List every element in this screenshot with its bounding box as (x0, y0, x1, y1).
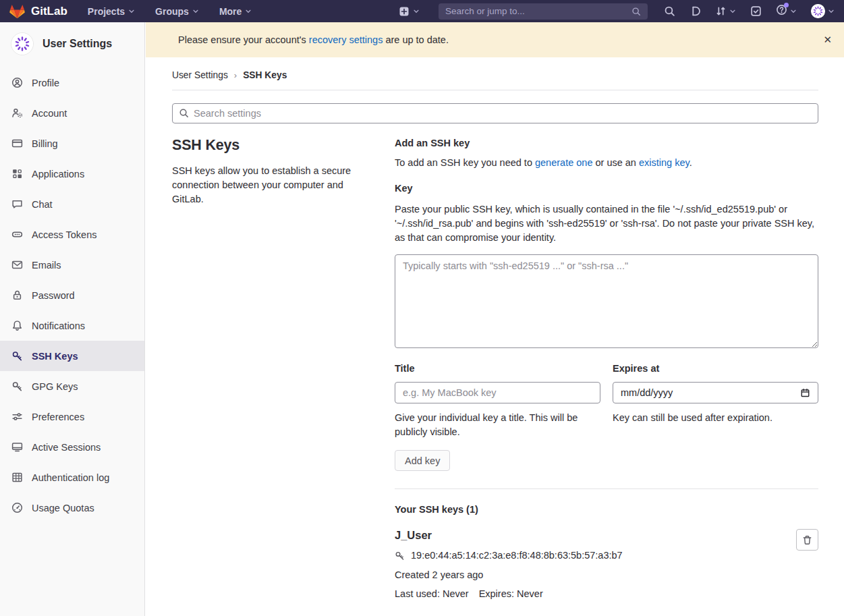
new-menu-button[interactable] (399, 6, 420, 17)
delete-key-button[interactable] (796, 529, 818, 551)
ssh-key-title: J_User (395, 529, 623, 542)
alert-banner: Please ensure your account's recovery se… (146, 22, 844, 57)
sidebar-item-gpg-keys[interactable]: GPG Keys (0, 371, 144, 401)
expires-field-group: Expires at mm/dd/yyyy Key can still be u… (613, 363, 818, 439)
expires-label: Expires at (613, 363, 818, 374)
section-intro-column: SSH Keys SSH keys allow you to establish… (172, 137, 395, 599)
issues-icon (690, 5, 701, 17)
ssh-key-last-used: Last used: Never (395, 588, 469, 599)
avatar (11, 32, 34, 55)
chevron-down-icon (413, 8, 420, 15)
breadcrumb: User Settings › SSH Keys (172, 57, 818, 90)
search-shortcut-button[interactable] (664, 5, 675, 17)
sliders-icon (11, 411, 23, 422)
chevron-down-icon (245, 8, 252, 15)
add-ssh-key-heading: Add an SSH key (395, 137, 818, 148)
ssh-key-expires: Expires: Never (479, 588, 543, 599)
primary-nav: Projects Groups More (88, 6, 252, 17)
logo-wordmark: GitLab (31, 5, 67, 18)
sidebar-item-access-tokens[interactable]: Access Tokens (0, 219, 144, 250)
email-icon (11, 259, 23, 271)
search-icon (179, 108, 189, 118)
sidebar-title: User Settings (43, 38, 112, 50)
billing-icon (11, 138, 23, 149)
breadcrumb-current: SSH Keys (243, 70, 287, 80)
key-label: Key (395, 183, 818, 194)
add-key-intro: To add an SSH key you need to generate o… (395, 157, 818, 168)
main-area: Please ensure your account's recovery se… (146, 0, 844, 613)
sidebar-item-chat[interactable]: Chat (0, 189, 144, 219)
title-input[interactable] (395, 382, 600, 403)
add-key-button[interactable]: Add key (395, 450, 450, 471)
sidebar-item-authentication-log[interactable]: Authentication log (0, 462, 144, 493)
nav-menu-projects[interactable]: Projects (88, 6, 135, 17)
notification-dot (784, 3, 789, 7)
sidebar-item-emails[interactable]: Emails (0, 250, 144, 280)
merge-request-icon (715, 5, 727, 17)
nav-icon-group (664, 4, 835, 18)
trash-icon (802, 535, 812, 545)
sidebar-item-ssh-keys[interactable]: SSH Keys (0, 341, 144, 371)
user-menu-button[interactable] (811, 4, 835, 18)
sidebar-item-notifications[interactable]: Notifications (0, 310, 144, 341)
breadcrumb-user-settings[interactable]: User Settings (172, 70, 228, 80)
sidebar-item-account[interactable]: Account (0, 98, 144, 128)
chevron-down-icon (729, 8, 736, 15)
gitlab-logo[interactable]: GitLab (9, 4, 67, 19)
content: User Settings › SSH Keys SSH Keys SSH ke… (146, 57, 844, 613)
nav-menu-groups[interactable]: Groups (155, 6, 199, 17)
global-search-input[interactable] (445, 6, 631, 16)
generate-one-link[interactable]: generate one (535, 157, 592, 168)
title-expiry-row: Title Give your individual key a title. … (395, 363, 818, 439)
sidebar-item-preferences[interactable]: Preferences (0, 401, 144, 432)
lock-icon (11, 289, 23, 301)
chevron-down-icon (790, 8, 797, 15)
banner-text: Please ensure your account's recovery se… (178, 34, 449, 45)
sidebar-item-active-sessions[interactable]: Active Sessions (0, 432, 144, 462)
date-placeholder: mm/dd/yyyy (621, 387, 673, 398)
recovery-settings-link[interactable]: recovery settings (309, 34, 383, 45)
chat-icon (11, 198, 23, 210)
settings-search-input[interactable] (172, 103, 818, 123)
profile-icon (11, 77, 23, 88)
plus-icon (399, 6, 410, 17)
title-field-group: Title Give your individual key a title. … (395, 363, 600, 439)
sidebar-item-usage-quotas[interactable]: Usage Quotas (0, 493, 144, 523)
key-icon (11, 350, 23, 362)
merge-requests-button[interactable] (715, 5, 736, 17)
ssh-key-created: Created 2 years ago (395, 569, 623, 580)
divider (172, 90, 818, 90)
page-title: SSH Keys (172, 137, 369, 154)
chevron-right-icon: › (234, 70, 237, 80)
sidebar-header: User Settings (0, 22, 144, 63)
banner-close-button[interactable]: ✕ (823, 34, 832, 46)
help-menu-button[interactable] (776, 4, 797, 18)
calendar-icon (800, 388, 810, 398)
ssh-key-fingerprint-row: 19:e0:44:a5:14:c2:3a:e8:f8:48:8b:63:5b:5… (395, 550, 623, 561)
ssh-keys-section: SSH Keys SSH keys allow you to establish… (172, 137, 818, 599)
expires-help-text: Key can still be used after expiration. (613, 411, 818, 425)
key-icon (11, 381, 23, 392)
key-help-text: Paste your public SSH key, which is usua… (395, 202, 818, 245)
expires-date-input[interactable]: mm/dd/yyyy (613, 382, 818, 403)
page-description: SSH keys allow you to establish a secure… (172, 164, 369, 206)
ssh-key-list-item: J_User 19:e0:44:a5:14:c2:3a:e8:f8:48:8b:… (395, 529, 818, 599)
settings-sidebar: User Settings Profile Account Billing Ap… (0, 22, 145, 616)
ssh-key-usage-row: Last used: Never Expires: Never (395, 588, 623, 599)
nav-menu-more[interactable]: More (219, 6, 252, 17)
search-icon (631, 7, 641, 16)
ssh-key-textarea[interactable] (395, 254, 818, 348)
sidebar-item-billing[interactable]: Billing (0, 128, 144, 159)
sidebar-item-password[interactable]: Password (0, 280, 144, 310)
todos-button[interactable] (750, 5, 762, 17)
sidebar-item-profile[interactable]: Profile (0, 67, 144, 98)
bell-icon (11, 320, 23, 331)
avatar (811, 4, 825, 18)
global-search[interactable] (439, 3, 648, 20)
monitor-icon (11, 441, 23, 453)
existing-key-link[interactable]: existing key (639, 157, 690, 168)
title-help-text: Give your individual key a title. This w… (395, 411, 600, 439)
title-label: Title (395, 363, 600, 374)
sidebar-item-applications[interactable]: Applications (0, 159, 144, 189)
issues-button[interactable] (690, 5, 701, 17)
